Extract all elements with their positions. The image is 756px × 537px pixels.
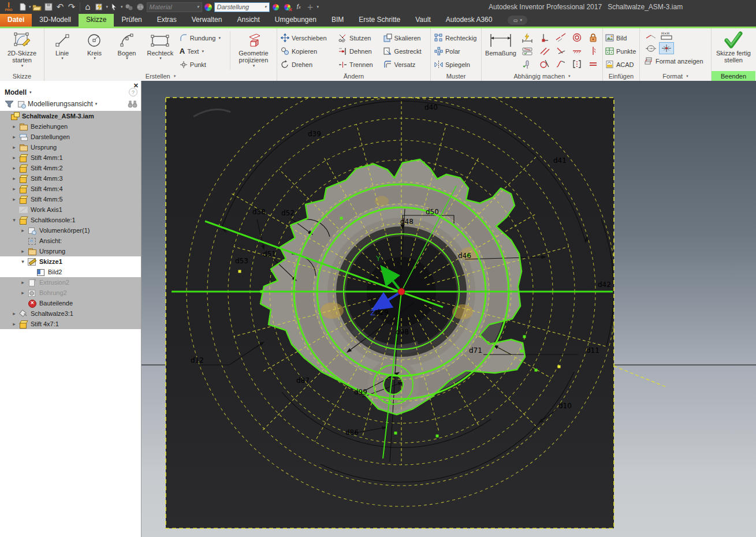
tree-item-stift-4mm-5[interactable]: ▸Stift 4mm:5: [0, 194, 141, 204]
sketch-point[interactable]: [520, 350, 523, 353]
panel-label-einfuegen[interactable]: Einfügen: [603, 71, 639, 81]
sketch-point[interactable]: [389, 401, 392, 404]
geometrie-projizieren-button[interactable]: Geometrie projizieren▾: [232, 30, 275, 68]
tree-item-stift-4x7-1[interactable]: ▸Stift 4x7:1: [0, 319, 141, 329]
koinzident-button[interactable]: [537, 31, 552, 44]
tree-item-bauteilende[interactable]: Bauteilende: [0, 298, 141, 308]
tab-verwalten[interactable]: Verwalten: [184, 14, 230, 27]
polar-button[interactable]: Polar: [433, 44, 479, 58]
tree-item-darstellungen[interactable]: ▸Darstellungen: [0, 132, 141, 142]
tangential-button[interactable]: [537, 58, 552, 70]
redo-button[interactable]: ↷: [66, 1, 77, 13]
dimension-label-d40[interactable]: d40: [424, 103, 438, 111]
tree-expander[interactable]: ▸: [11, 321, 17, 327]
kopieren-button[interactable]: Kopieren: [279, 44, 336, 58]
tree-expander[interactable]: ▸: [11, 144, 17, 150]
dimension-label-d99[interactable]: d99: [354, 388, 367, 396]
abhaengigkeiten-anzeigen-button[interactable]: [519, 58, 536, 71]
horizontal-button[interactable]: [569, 44, 584, 57]
dimension-label-d46[interactable]: d46: [458, 252, 471, 260]
glatt-button[interactable]: [553, 58, 568, 70]
graphics-viewport[interactable]: d40d39d41d42d38d52d50d48d51d46d53d29d98d…: [141, 81, 756, 537]
tab-skizze[interactable]: Skizze: [79, 14, 114, 27]
undo-button[interactable]: ↶: [55, 1, 66, 13]
trennen-button[interactable]: Trennen: [337, 58, 381, 71]
tree-expander[interactable]: ▸: [20, 248, 26, 254]
tree-item-stift-4mm-4[interactable]: ▸Stift 4mm:4: [0, 184, 141, 194]
dimension-label-d39[interactable]: d39: [308, 130, 321, 138]
home-button[interactable]: ⌂: [83, 1, 94, 13]
inventor-logo-icon[interactable]: IPRO: [1, 1, 16, 13]
sketch-point[interactable]: [340, 217, 343, 220]
panel-label-abhaengig[interactable]: Abhängig machen▾: [482, 71, 602, 81]
sketch-point[interactable]: [260, 290, 263, 293]
panel-label-muster[interactable]: Muster: [431, 71, 481, 81]
dimension-label-d42[interactable]: d42: [598, 281, 611, 289]
tree-item-ursprung[interactable]: ▸Ursprung: [0, 142, 141, 152]
panel-label-beenden[interactable]: Beenden: [712, 71, 755, 81]
tree-item-skizze1[interactable]: ▾Skizze1: [0, 256, 141, 267]
rechteck-button[interactable]: Rechteck▾: [143, 30, 177, 61]
tree-item-bild2[interactable]: Bild2: [0, 267, 141, 277]
tree-item-ursprung[interactable]: ▸Ursprung: [0, 246, 141, 256]
tree-expander[interactable]: ▸: [11, 155, 17, 161]
format-anzeigen-button[interactable]: Format anzeigen: [642, 54, 711, 68]
sketch-point[interactable]: [394, 432, 397, 435]
tab-datei[interactable]: Datei: [0, 14, 32, 27]
text-button[interactable]: A Text▾: [178, 44, 228, 58]
abhaengigkeit-einstellungen-button[interactable]: [519, 44, 536, 58]
tree-item-stift-4mm-3[interactable]: ▸Stift 4mm:3: [0, 173, 141, 184]
tree-item-bohrung2[interactable]: ▸Bohrung2: [0, 288, 141, 298]
select-button[interactable]: [109, 1, 120, 13]
rundung-button[interactable]: Rundung▾: [178, 31, 228, 44]
dimension-label-d98[interactable]: d98: [396, 328, 409, 336]
punkt-button[interactable]: Punkt: [178, 58, 228, 71]
tree-expander[interactable]: ▸: [11, 124, 17, 129]
parallel-button[interactable]: [537, 44, 552, 57]
tab-umgebungen[interactable]: Umgebungen: [267, 14, 324, 27]
start-2d-sketch-caret[interactable]: ▾: [21, 64, 24, 69]
panel-label-format[interactable]: Format▾: [640, 71, 711, 81]
acad-button[interactable]: ACAD: [605, 58, 638, 71]
tree-item-schaltkonsole-1[interactable]: ▾Schaltkonsole:1: [0, 215, 141, 225]
bemassung-button[interactable]: Bemaßung: [483, 30, 518, 57]
tree-expander[interactable]: ▸: [20, 290, 26, 296]
dimension-label-d38[interactable]: d38: [252, 208, 266, 216]
tree-expander[interactable]: ▸: [11, 311, 17, 316]
dimension-label-d51[interactable]: d51: [263, 250, 276, 258]
tree-expander[interactable]: ▸: [20, 279, 26, 285]
tree-expander[interactable]: ▸: [11, 176, 17, 181]
rechteckig-button[interactable]: Rechteckig: [433, 31, 479, 44]
dimension-label-d10[interactable]: d10: [558, 402, 572, 410]
linie-button[interactable]: Linie▾: [46, 30, 78, 61]
skalieren-button[interactable]: Skalieren: [382, 31, 429, 44]
appearance-wheel-button[interactable]: [203, 1, 214, 13]
new-file-button[interactable]: [17, 1, 28, 13]
ribbon-collapse-button[interactable]: ▭▾: [508, 16, 527, 25]
panel-label-erstellen[interactable]: Erstellen▾: [44, 71, 277, 81]
sketch-point[interactable]: [535, 369, 538, 372]
konzentrisch-button[interactable]: [569, 31, 584, 44]
vertikal-button[interactable]: [585, 44, 601, 57]
automatische-bemassung-button[interactable]: [519, 31, 536, 44]
search-binoculars-icon[interactable]: [128, 100, 137, 108]
clear-appearance-button[interactable]: ✕: [282, 1, 293, 13]
quick-access-caret[interactable]: ▾: [317, 5, 319, 9]
tree-expander[interactable]: ▸: [11, 134, 17, 140]
tree-item-volumenkörper-1-[interactable]: ▸Volumenkörper(1): [0, 225, 141, 236]
tab-prüfen[interactable]: Prüfen: [114, 14, 149, 27]
tab-autodesk-a360[interactable]: Autodesk A360: [438, 14, 500, 27]
tree-item-work-axis1[interactable]: Work Axis1: [0, 204, 141, 215]
versatz-button[interactable]: Versatz: [382, 58, 429, 71]
tree-item-schaltwalze-asm-3-iam[interactable]: Schaltwalze_ASM-3.iam: [0, 111, 141, 121]
mittellinie-button[interactable]: [643, 42, 658, 54]
fixiert-button[interactable]: [585, 31, 601, 44]
view-mode-dropdown[interactable]: Modellierungsansicht ▾: [17, 100, 97, 108]
tree-expander[interactable]: ▸: [11, 186, 17, 192]
sketch-point[interactable]: [523, 335, 526, 338]
darstellung-combobox[interactable]: Darstellung▾: [214, 2, 270, 12]
bemassungsanzeige-button[interactable]: H×H: [659, 29, 674, 42]
skizze-fertig-stellen-button[interactable]: Skizze fertig stellen: [713, 30, 754, 64]
lotrecht-button[interactable]: [553, 44, 568, 57]
kollinear-button[interactable]: [553, 31, 568, 44]
